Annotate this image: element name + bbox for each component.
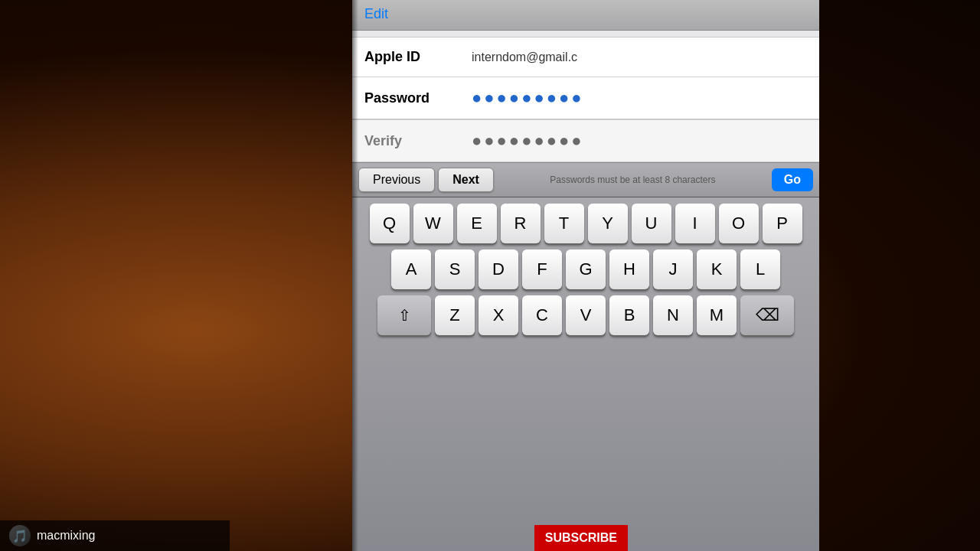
- key-m[interactable]: M: [697, 295, 737, 335]
- keyboard-toolbar: Previous Next Passwords must be at least…: [352, 162, 819, 197]
- key-d[interactable]: D: [479, 249, 518, 289]
- apple-id-value: interndom@gmail.c: [472, 51, 807, 64]
- key-e[interactable]: E: [457, 204, 497, 243]
- password-label: Password: [364, 90, 472, 106]
- delete-key[interactable]: ⌫: [740, 295, 794, 335]
- key-u[interactable]: U: [632, 204, 671, 243]
- keyboard-row-1: Q W E R T Y U I O P: [355, 204, 816, 243]
- key-l[interactable]: L: [740, 249, 780, 289]
- key-g[interactable]: G: [566, 249, 606, 289]
- shift-key[interactable]: ⇧: [377, 295, 431, 335]
- phone-screen: Edit Apple ID interndom@gmail.c Password…: [352, 0, 819, 551]
- key-b[interactable]: B: [609, 295, 649, 335]
- branding-bar: 🎵 macmixing: [0, 520, 230, 551]
- verify-dots: ●●●●●●●●●: [472, 131, 584, 151]
- key-c[interactable]: C: [522, 295, 562, 335]
- previous-button[interactable]: Previous: [358, 168, 435, 192]
- key-w[interactable]: W: [413, 204, 453, 243]
- brand-icon: 🎵: [9, 525, 31, 546]
- subscribe-badge[interactable]: SUBSCRIBE: [534, 525, 628, 551]
- form-area: Apple ID interndom@gmail.c Password ●●●●…: [352, 31, 819, 162]
- key-v[interactable]: V: [566, 295, 606, 335]
- phone-edge-shadow: [352, 0, 358, 551]
- password-dots: ●●●●●●●●●: [472, 88, 584, 108]
- key-y[interactable]: Y: [588, 204, 628, 243]
- key-r[interactable]: R: [501, 204, 541, 243]
- key-h[interactable]: H: [609, 249, 649, 289]
- verify-card: Verify ●●●●●●●●●: [352, 119, 819, 162]
- key-k[interactable]: K: [697, 249, 737, 289]
- next-button[interactable]: Next: [438, 168, 494, 192]
- brand-text: macmixing: [37, 529, 95, 543]
- go-button[interactable]: Go: [772, 168, 813, 191]
- key-i[interactable]: I: [675, 204, 715, 243]
- key-z[interactable]: Z: [435, 295, 475, 335]
- key-t[interactable]: T: [544, 204, 584, 243]
- top-bar: Edit: [352, 0, 819, 31]
- keyboard-row-2: A S D F G H J K L: [355, 249, 816, 289]
- key-o[interactable]: O: [719, 204, 759, 243]
- key-a[interactable]: A: [391, 249, 431, 289]
- keyboard-area: Q W E R T Y U I O P A S D F G H J K L ⇧ …: [352, 197, 819, 551]
- verify-label: Verify: [364, 133, 472, 149]
- key-x[interactable]: X: [479, 295, 518, 335]
- form-card: Apple ID interndom@gmail.c Password ●●●●…: [352, 37, 819, 119]
- password-row[interactable]: Password ●●●●●●●●●: [352, 77, 819, 119]
- key-p[interactable]: P: [763, 204, 802, 243]
- apple-id-label: Apple ID: [364, 49, 472, 65]
- key-s[interactable]: S: [435, 249, 475, 289]
- key-q[interactable]: Q: [370, 204, 410, 243]
- key-j[interactable]: J: [653, 249, 693, 289]
- edit-button[interactable]: Edit: [364, 6, 388, 22]
- key-f[interactable]: F: [522, 249, 562, 289]
- hint-text: Passwords must be at least 8 characters: [497, 174, 769, 185]
- apple-id-row[interactable]: Apple ID interndom@gmail.c: [352, 37, 819, 77]
- keyboard-row-3: ⇧ Z X C V B N M ⌫: [355, 295, 816, 335]
- verify-row[interactable]: Verify ●●●●●●●●●: [352, 120, 819, 161]
- key-n[interactable]: N: [653, 295, 693, 335]
